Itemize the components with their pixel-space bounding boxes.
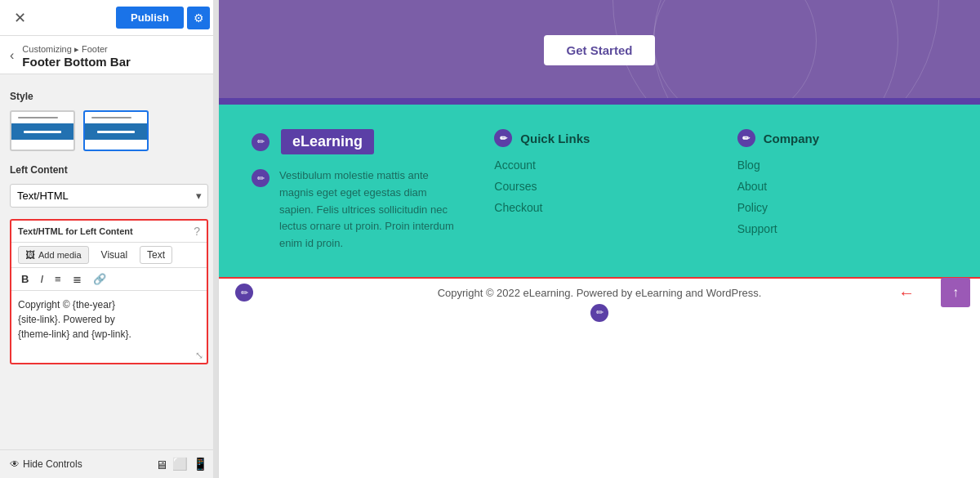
left-content-dropdown[interactable]: Text/HTML None Widget	[10, 184, 208, 208]
footer-link-account[interactable]: Account	[494, 159, 704, 172]
editor-toolbar: B I ≡ ≣ 🔗	[11, 268, 207, 291]
media-icon: 🖼	[25, 249, 35, 261]
footer-copyright: Copyright © 2022 eLearning. Powered by e…	[438, 287, 762, 299]
breadcrumb-title: Footer Bottom Bar	[22, 55, 208, 69]
footer-bottom-pencil[interactable]: ✏	[590, 304, 608, 322]
ol-button[interactable]: ≣	[69, 271, 85, 287]
publish-button[interactable]: Publish	[116, 7, 184, 29]
breadcrumb-path: Customizing ▸ Footer	[22, 44, 107, 54]
footer-brand-col: ✏ eLearning ✏ Vestibulum molestie mattis…	[252, 129, 461, 252]
bold-button[interactable]: B	[18, 271, 32, 287]
eye-icon: 👁	[10, 458, 20, 470]
panel-bottom: 👁 Hide Controls 🖥 ⬜ 📱	[0, 449, 218, 478]
desktop-button[interactable]: 🖥	[155, 457, 167, 471]
scroll-up-button[interactable]: ↑	[941, 278, 970, 307]
editor-body[interactable]: Copyright © {the-year}{site-link}. Power…	[11, 291, 207, 348]
style-thumbnails	[10, 110, 208, 151]
customizer-panel: ✕ Publish ⚙ ‹ Customizing ▸ Footer Foote…	[0, 0, 219, 478]
company-edit-icon[interactable]: ✏	[737, 129, 755, 147]
quick-links-title: ✏ Quick Links	[494, 129, 704, 147]
text-tab[interactable]: Text	[140, 246, 172, 264]
footer-link-support[interactable]: Support	[737, 222, 947, 235]
link-button[interactable]: 🔗	[90, 271, 109, 287]
publish-area: Publish ⚙	[116, 7, 210, 29]
preview-area: Get Started ✏ eLearning ✏ Vestibulum mol…	[219, 0, 980, 478]
footer-link-about[interactable]: About	[737, 180, 947, 193]
editor-resize-handle[interactable]: ⤡	[11, 348, 207, 363]
red-arrow-icon: ←	[898, 284, 915, 302]
footer-quick-links-col: ✏ Quick Links Account Courses Checkout	[494, 129, 704, 252]
hero-section: Get Started	[219, 0, 980, 98]
settings-button[interactable]: ⚙	[187, 7, 210, 29]
quick-links-edit-icon[interactable]: ✏	[494, 129, 512, 147]
footer-bottom-bar: ✏ Copyright © 2022 eLearning. Powered by…	[219, 277, 980, 307]
left-content-dropdown-wrap: Text/HTML None Widget	[10, 184, 208, 208]
footer-company-col: ✏ Company Blog About Policy Support	[737, 129, 947, 252]
hide-controls-label: Hide Controls	[23, 458, 82, 470]
footer-link-checkout[interactable]: Checkout	[494, 201, 704, 214]
help-icon[interactable]: ?	[194, 225, 200, 238]
editor-tabs-row: 🖼 Add media Visual Text	[11, 243, 207, 268]
text-html-editor: Text/HTML for Left Content ? 🖼 Add media…	[10, 219, 208, 364]
device-icons: 🖥 ⬜ 📱	[155, 457, 208, 471]
visual-tab[interactable]: Visual	[94, 246, 135, 264]
tablet-button[interactable]: ⬜	[172, 457, 188, 471]
bottom-arrow-indicator: ←	[898, 284, 915, 302]
hero-circle-3	[612, 0, 939, 98]
ul-button[interactable]: ≡	[51, 271, 65, 287]
close-button[interactable]: ✕	[8, 7, 31, 29]
mobile-button[interactable]: 📱	[193, 457, 208, 471]
footer-link-blog[interactable]: Blog	[737, 159, 947, 172]
add-media-button[interactable]: 🖼 Add media	[18, 246, 89, 264]
footer-description: Vestibulum molestie mattis ante magnis e…	[279, 168, 461, 252]
back-button[interactable]: ‹	[10, 48, 17, 63]
add-media-label: Add media	[38, 250, 82, 260]
purple-divider	[219, 98, 980, 105]
bottom-bar-edit-icon[interactable]: ✏	[235, 284, 253, 302]
left-content-label: Left Content	[10, 164, 208, 176]
breadcrumb: ‹ Customizing ▸ Footer Footer Bottom Bar	[0, 36, 218, 74]
brand-edit-icon[interactable]: ✏	[252, 133, 270, 151]
editor-header: Text/HTML for Left Content ?	[11, 221, 207, 243]
company-title: ✏ Company	[737, 129, 947, 147]
footer-widgets: ✏ eLearning ✏ Vestibulum molestie mattis…	[219, 105, 980, 277]
footer-brand: ✏ eLearning	[252, 129, 461, 154]
hero-bg-circles	[219, 0, 980, 98]
top-bar: ✕ Publish ⚙	[0, 0, 218, 36]
desc-edit-icon[interactable]: ✏	[252, 169, 270, 187]
italic-button[interactable]: I	[37, 271, 47, 287]
editor-title: Text/HTML for Left Content	[18, 226, 189, 236]
panel-content: Style Left Content Text/HTML None Widget…	[0, 74, 218, 449]
style-section-label: Style	[10, 91, 208, 102]
style-thumb-2[interactable]	[83, 110, 149, 151]
brand-name: eLearning	[281, 129, 374, 154]
style-thumb-1[interactable]	[10, 110, 75, 151]
footer-link-policy[interactable]: Policy	[737, 201, 947, 214]
hide-controls-button[interactable]: 👁 Hide Controls	[10, 458, 82, 470]
footer-link-courses[interactable]: Courses	[494, 180, 704, 193]
